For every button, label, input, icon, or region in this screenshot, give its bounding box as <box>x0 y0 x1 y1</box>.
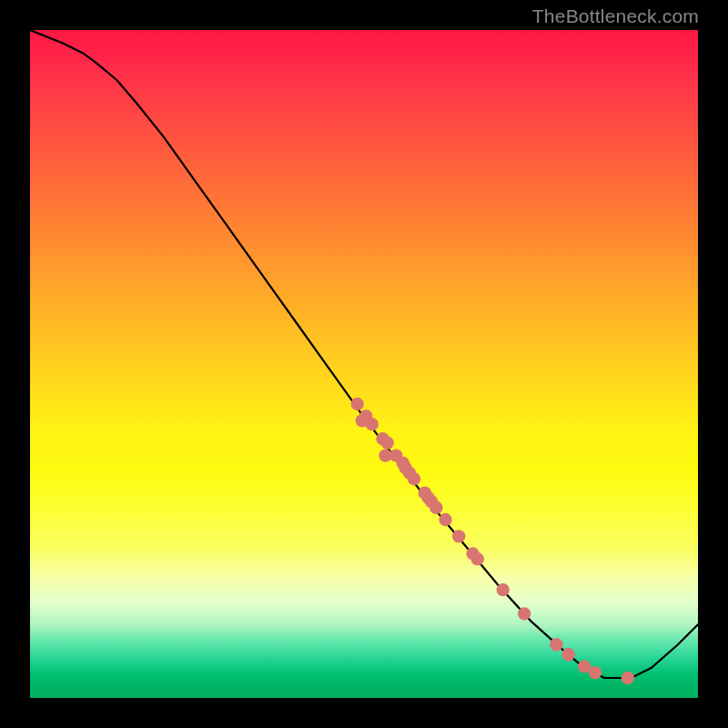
data-point <box>589 666 602 679</box>
data-point <box>366 418 379 430</box>
data-point <box>550 638 562 651</box>
data-point <box>622 672 634 684</box>
data-point <box>471 552 484 565</box>
data-point <box>561 648 574 661</box>
watermark-text: TheBottleneck.com <box>532 5 699 27</box>
scatter-points <box>351 398 635 684</box>
chart-line <box>30 30 698 678</box>
data-point <box>497 583 510 596</box>
data-point <box>439 513 451 526</box>
chart-overlay <box>30 30 698 698</box>
data-point <box>430 501 442 514</box>
data-point <box>351 398 364 410</box>
data-point <box>518 607 531 620</box>
data-point <box>452 530 465 542</box>
data-point <box>408 472 420 485</box>
data-point <box>381 436 394 449</box>
